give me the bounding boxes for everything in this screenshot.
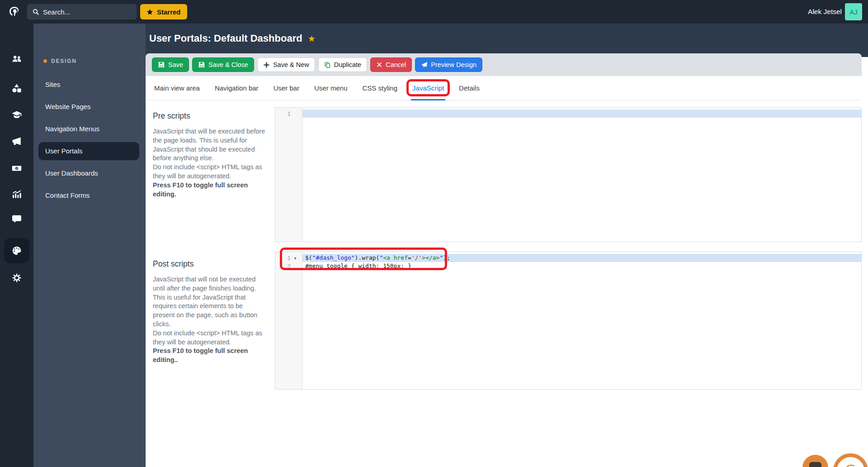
rail-item-shapes[interactable] bbox=[0, 83, 33, 94]
pre-scripts-code[interactable] bbox=[302, 108, 861, 242]
top-bar: Starred Alek Jetsel AJ bbox=[0, 0, 868, 24]
line-number: 1 bbox=[275, 255, 291, 262]
tab-css-styling[interactable]: CSS styling bbox=[361, 76, 399, 100]
sidebar-section-header: DESIGN bbox=[43, 58, 77, 64]
tab-label: Details bbox=[459, 84, 480, 92]
post-scripts-gutter: 1▾2 bbox=[275, 252, 302, 389]
star-icon bbox=[146, 9, 153, 15]
shapes-icon bbox=[11, 83, 22, 94]
line-number: 1 bbox=[275, 110, 291, 117]
post-scripts-code[interactable]: $("#dash_logo").wrap("<a href='/'></a>")… bbox=[302, 252, 861, 389]
gutter-row: 2 bbox=[275, 262, 302, 270]
button-label: Cancel bbox=[386, 61, 406, 68]
starred-button[interactable]: Starred bbox=[140, 4, 187, 19]
button-label: Save bbox=[168, 61, 183, 68]
gutter-row: 1 bbox=[275, 110, 302, 118]
chart-icon bbox=[11, 189, 22, 200]
code-line[interactable]: $("#dash_logo").wrap("<a href='/'></a>")… bbox=[302, 254, 861, 262]
save-new-button[interactable]: Save & New bbox=[257, 57, 315, 72]
fold-arrow-icon[interactable]: ▾ bbox=[291, 256, 300, 261]
sidebar-item-contact-forms[interactable]: Contact Forms bbox=[33, 184, 146, 206]
tab-javascript[interactable]: JavaScript bbox=[411, 76, 445, 100]
palette-icon bbox=[11, 245, 22, 256]
code-token: #menu_toggle { width: 150px; } bbox=[305, 262, 411, 269]
description-line: they will be autogenerated. bbox=[153, 338, 271, 347]
rail-item-messages[interactable] bbox=[0, 214, 33, 224]
starred-label: Starred bbox=[157, 8, 181, 16]
sidebar-item-label: Sites bbox=[45, 81, 60, 88]
avatar[interactable]: AJ bbox=[845, 3, 862, 20]
description-line: JavaScript that should be executed bbox=[153, 145, 271, 154]
search-box[interactable] bbox=[27, 4, 137, 19]
rail-item-settings[interactable] bbox=[0, 272, 33, 283]
duplicate-button[interactable]: Duplicate bbox=[318, 57, 367, 72]
sidebar-item-website-pages[interactable]: Website Pages bbox=[33, 95, 146, 118]
rail-item-users[interactable] bbox=[0, 53, 33, 64]
preview-design-button[interactable]: Preview Design bbox=[415, 57, 482, 72]
description-line: present on the page, such as button bbox=[153, 311, 271, 320]
line-number: 2 bbox=[275, 263, 291, 270]
description-line: JavaScript that will not be executed bbox=[153, 275, 271, 284]
code-token: ); bbox=[443, 254, 450, 261]
page-title: User Portals: Default Dashboard bbox=[149, 33, 302, 44]
rail-item-education[interactable] bbox=[0, 110, 33, 120]
sidebar-item-sites[interactable]: Sites bbox=[33, 73, 146, 95]
gutter-row: 1▾ bbox=[275, 254, 302, 262]
code-line[interactable] bbox=[302, 110, 861, 118]
button-label: Save & Close bbox=[208, 61, 248, 68]
pre-scripts-description: JavaScript that will be executed beforet… bbox=[153, 127, 271, 181]
description-line: Do not include <script> HTML tags as bbox=[153, 163, 271, 172]
sidebar-item-label: User Portals bbox=[45, 147, 83, 155]
gear-icon bbox=[11, 272, 22, 283]
cancel-button[interactable]: Cancel bbox=[370, 57, 412, 72]
elephant-logo-icon[interactable] bbox=[7, 5, 21, 19]
code-token: = bbox=[408, 254, 411, 261]
favorite-star-icon[interactable]: ★ bbox=[308, 33, 316, 44]
tab-label: Navigation bar bbox=[215, 84, 259, 92]
post-scripts-heading: Post scripts bbox=[153, 259, 271, 269]
pre-scripts-gutter: 1 bbox=[275, 108, 302, 242]
save-icon bbox=[198, 61, 205, 68]
description-line: until after the page finishes loading. bbox=[153, 284, 271, 293]
code-token: href bbox=[394, 254, 408, 261]
pre-scripts-editor[interactable]: 1 bbox=[275, 107, 862, 242]
sidebar-item-label: User Dashboards bbox=[45, 169, 98, 177]
description-line: before anything else. bbox=[153, 154, 271, 163]
tab-label: User menu bbox=[314, 84, 347, 92]
sidebar-item-label: Contact Forms bbox=[45, 191, 90, 199]
post-scripts-description: JavaScript that will not be executedunti… bbox=[153, 275, 271, 347]
copy-icon bbox=[324, 62, 331, 68]
comment-icon bbox=[11, 214, 22, 224]
save-close-button[interactable]: Save & Close bbox=[192, 57, 254, 72]
search-input[interactable] bbox=[43, 8, 132, 16]
user-name: Alek Jetsel bbox=[808, 0, 842, 24]
description-line: JavaScript that will be executed before bbox=[153, 127, 271, 136]
post-scripts-f10-hint: Press F10 to toggle full screen editing.… bbox=[153, 347, 271, 365]
tab-label: CSS styling bbox=[363, 84, 398, 92]
sidebar-section-label: DESIGN bbox=[51, 58, 77, 64]
code-token: <a bbox=[383, 254, 390, 261]
code-line[interactable]: #menu_toggle { width: 150px; } bbox=[302, 262, 861, 270]
tab-navigation-bar[interactable]: Navigation bar bbox=[213, 76, 260, 100]
tab-main-view-area[interactable]: Main view area bbox=[153, 76, 201, 100]
post-scripts-editor[interactable]: 1▾2 $("#dash_logo").wrap("<a href='/'></… bbox=[275, 252, 862, 390]
pre-scripts-f10-hint: Press F10 to toggle full screen editing. bbox=[153, 181, 271, 199]
rail-item-design[interactable] bbox=[4, 238, 29, 263]
save-button[interactable]: Save bbox=[152, 57, 189, 72]
tab-user-bar[interactable]: User bar bbox=[272, 76, 301, 100]
sidebar-item-user-portals[interactable]: User Portals bbox=[38, 142, 139, 160]
rail-item-billing[interactable] bbox=[0, 163, 33, 174]
sidebar-item-label: Website Pages bbox=[45, 103, 91, 110]
rail-item-reports[interactable] bbox=[0, 189, 33, 200]
rail-item-marketing[interactable] bbox=[0, 136, 33, 147]
sidebar-item-user-dashboards[interactable]: User Dashboards bbox=[33, 162, 146, 184]
sidebar-item-navigation-menus[interactable]: Navigation Menus bbox=[33, 118, 146, 140]
button-label: Preview Design bbox=[431, 61, 476, 68]
tab-user-menu[interactable]: User menu bbox=[313, 76, 349, 100]
sidebar-nav: SitesWebsite PagesNavigation MenusUser P… bbox=[33, 73, 146, 206]
tab-details[interactable]: Details bbox=[458, 76, 481, 100]
pre-scripts-heading: Pre scripts bbox=[153, 111, 271, 121]
tab-label: Main view area bbox=[154, 84, 200, 92]
search-icon bbox=[32, 8, 39, 15]
icon-rail bbox=[0, 24, 33, 467]
